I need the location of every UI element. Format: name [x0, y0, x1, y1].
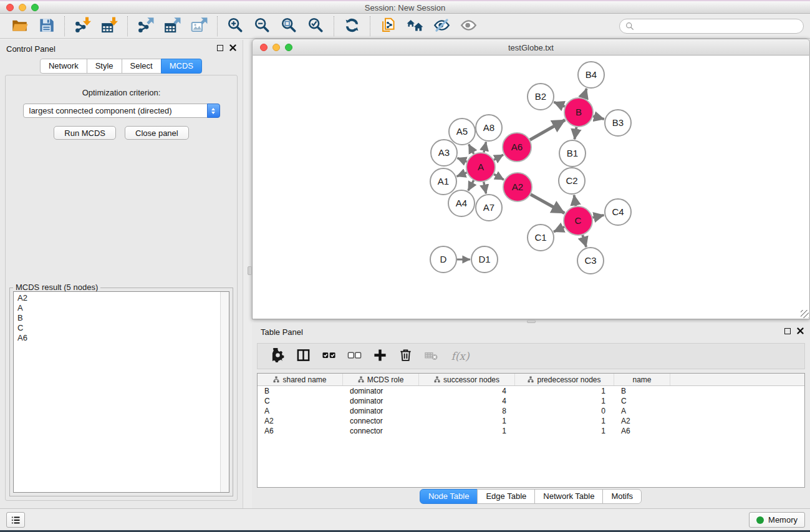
mcds-result-item[interactable]: A6: [17, 333, 225, 343]
search-input[interactable]: [638, 21, 798, 31]
optimization-criterion-select[interactable]: largest connected component (directed): [23, 104, 220, 118]
export-table-button[interactable]: [159, 15, 186, 37]
column-header-successor-nodes[interactable]: successor nodes: [419, 374, 515, 385]
graph-edge-B-B3[interactable]: [593, 116, 604, 119]
vertical-splitter-handle[interactable]: [248, 266, 252, 275]
close-panel-button[interactable]: Close panel: [125, 126, 189, 140]
search-field[interactable]: [619, 19, 804, 34]
deselect-all-checkboxes-button[interactable]: [345, 347, 363, 365]
cell-MCDS-role[interactable]: dominator: [343, 407, 419, 415]
graph-node-C1[interactable]: C1: [528, 225, 554, 251]
export-image-button[interactable]: [186, 15, 213, 37]
column-header-name[interactable]: name: [614, 374, 670, 385]
cell-successor-nodes[interactable]: 4: [419, 387, 515, 395]
delete-column-button[interactable]: [397, 347, 414, 365]
cell-name[interactable]: C: [614, 397, 670, 405]
task-history-button[interactable]: [6, 512, 25, 528]
graph-node-A8[interactable]: A8: [476, 115, 502, 141]
graph-node-A[interactable]: A: [466, 153, 495, 181]
cell-name[interactable]: A6: [614, 427, 670, 435]
column-header-shared-name[interactable]: shared name: [258, 374, 343, 385]
table-row[interactable]: A2connector11A2: [258, 416, 804, 426]
mcds-result-item[interactable]: A: [17, 303, 225, 313]
close-table-panel-icon[interactable]: [797, 327, 804, 334]
tab-mcds[interactable]: MCDS: [161, 59, 202, 74]
graph-edge-C-C1[interactable]: [554, 227, 564, 232]
zoom-fit-button[interactable]: [276, 15, 302, 37]
network-canvas[interactable]: ABCA2A6A1A3A4A5A7A8B1B2B3B4C1C2C3C4DD1: [252, 56, 810, 319]
graph-edge-C-C3[interactable]: [582, 235, 586, 247]
graph-edge-A-A4[interactable]: [468, 180, 474, 191]
graph-node-B3[interactable]: B3: [605, 110, 631, 136]
gear-button[interactable]: [269, 347, 286, 365]
graph-edge-C-C2[interactable]: [574, 195, 576, 206]
cell-name[interactable]: A2: [614, 417, 670, 425]
float-panel-icon[interactable]: [217, 45, 223, 51]
cell-MCDS-role[interactable]: dominator: [343, 397, 419, 405]
import-table-button[interactable]: [96, 15, 123, 37]
graph-node-C[interactable]: C: [564, 206, 592, 235]
table-row[interactable]: A6connector11A6: [258, 426, 804, 436]
graph-node-B[interactable]: B: [564, 98, 593, 127]
graph-edge-A2-C[interactable]: [531, 195, 564, 213]
graph-node-A2[interactable]: A2: [503, 173, 532, 201]
graph-edge-A-A1[interactable]: [457, 173, 467, 177]
tab-edge-table[interactable]: Edge Table: [477, 489, 535, 504]
tab-network-table[interactable]: Network Table: [534, 489, 603, 504]
graph-edge-A-A3[interactable]: [457, 158, 466, 162]
graph-edge-C-C4[interactable]: [592, 215, 604, 218]
graph-edge-A-A2[interactable]: [494, 174, 504, 180]
export-network-button[interactable]: [132, 15, 159, 37]
function-builder-button[interactable]: f(x): [448, 347, 473, 365]
refresh-button[interactable]: [339, 15, 365, 37]
graph-node-A5[interactable]: A5: [449, 118, 475, 145]
cell-MCDS-role[interactable]: connector: [343, 417, 419, 425]
hide-panel-eye-slash-button[interactable]: [428, 15, 455, 37]
graph-edge-A-A6[interactable]: [494, 155, 503, 160]
network-graph[interactable]: ABCA2A6A1A3A4A5A7A8B1B2B3B4C1C2C3C4DD1: [253, 56, 809, 319]
tab-network[interactable]: Network: [40, 59, 87, 74]
show-panel-eye-button[interactable]: [455, 15, 482, 37]
result-scrollbar-track[interactable]: [220, 292, 229, 492]
graph-node-B1[interactable]: B1: [559, 140, 586, 167]
graph-node-A1[interactable]: A1: [430, 168, 456, 195]
graph-node-A4[interactable]: A4: [448, 190, 475, 216]
graph-node-B2[interactable]: B2: [528, 84, 554, 110]
mcds-result-list[interactable]: A2ABCA6: [13, 291, 229, 493]
graph-edge-B-B1[interactable]: [574, 127, 576, 140]
network-window-titlebar[interactable]: testGlobe.txt: [252, 39, 810, 56]
run-mcds-button[interactable]: Run MCDS: [54, 126, 116, 140]
cell-shared-name[interactable]: B: [258, 387, 343, 395]
cell-predecessor-nodes[interactable]: 1: [515, 397, 614, 405]
graph-node-D[interactable]: D: [430, 246, 456, 273]
network-home-button[interactable]: [402, 15, 428, 37]
zoom-out-button[interactable]: [249, 15, 276, 37]
tab-select[interactable]: Select: [122, 59, 162, 74]
graph-node-C4[interactable]: C4: [605, 199, 631, 225]
float-table-panel-icon[interactable]: [784, 328, 791, 334]
window-resize-grip[interactable]: [801, 310, 809, 318]
add-column-button[interactable]: [371, 347, 388, 365]
graph-node-C3[interactable]: C3: [577, 248, 604, 274]
tab-motifs[interactable]: Motifs: [602, 489, 642, 504]
mcds-result-item[interactable]: B: [17, 313, 225, 323]
table-row[interactable]: Bdominator41B: [258, 386, 804, 396]
open-file-button[interactable]: [6, 15, 33, 37]
mcds-result-item[interactable]: A2: [17, 293, 225, 303]
graph-node-A6[interactable]: A6: [503, 133, 531, 162]
graph-edge-A6-B[interactable]: [530, 120, 565, 140]
cell-name[interactable]: A: [614, 407, 670, 415]
import-network-button[interactable]: [69, 15, 96, 37]
tab-node-table[interactable]: Node Table: [420, 489, 478, 504]
zoom-selected-button[interactable]: [302, 15, 329, 37]
cell-shared-name[interactable]: A6: [258, 427, 343, 435]
network-from-selection-button[interactable]: [375, 15, 402, 37]
table-row[interactable]: Adominator80A: [258, 406, 804, 416]
zoom-in-button[interactable]: [222, 15, 249, 37]
save-session-button[interactable]: [33, 15, 60, 37]
graph-node-A7[interactable]: A7: [476, 195, 502, 221]
split-view-button[interactable]: [294, 347, 312, 365]
cell-predecessor-nodes[interactable]: 0: [515, 407, 614, 415]
tab-style[interactable]: Style: [87, 59, 122, 74]
cell-successor-nodes[interactable]: 1: [419, 417, 515, 425]
